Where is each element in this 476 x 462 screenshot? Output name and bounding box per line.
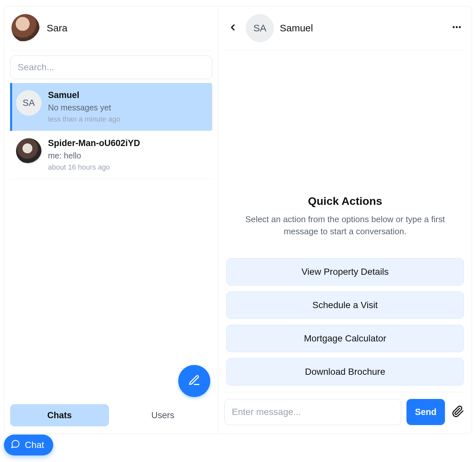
floating-chat-label: Chat <box>25 440 44 450</box>
tab-chats[interactable]: Chats <box>10 404 109 426</box>
pencil-icon <box>188 374 200 388</box>
quick-action-download-brochure[interactable]: Download Brochure <box>226 358 464 386</box>
chat-window: Sara SA Samuel No messages yet less than… <box>4 6 472 434</box>
quick-actions-list: View Property Details Schedule a Visit M… <box>224 258 466 386</box>
chat-meta: Samuel No messages yet less than a minut… <box>48 90 120 124</box>
chat-name: Spider-Man-oU602iYD <box>48 138 140 148</box>
quick-action-label: Download Brochure <box>305 367 385 377</box>
chat-time: less than a minute ago <box>48 115 120 124</box>
svg-point-1 <box>456 26 458 28</box>
svg-point-0 <box>453 26 455 28</box>
new-chat-button[interactable] <box>178 365 210 397</box>
composer: Send <box>224 392 466 434</box>
thread-contact-name: Samuel <box>280 23 313 34</box>
thread-body: Quick Actions Select an action from the … <box>224 50 466 392</box>
quick-action-mortgage-calculator[interactable]: Mortgage Calculator <box>226 325 464 352</box>
send-button[interactable]: Send <box>406 399 445 425</box>
avatar-initials: SA <box>16 90 41 116</box>
tab-users[interactable]: Users <box>114 404 213 426</box>
chat-meta: Spider-Man-oU602iYD me: hello about 16 h… <box>48 138 140 172</box>
quick-actions-title: Quick Actions <box>308 195 382 207</box>
chat-name: Samuel <box>48 90 120 100</box>
quick-action-view-property[interactable]: View Property Details <box>226 258 464 286</box>
svg-point-2 <box>459 26 461 28</box>
quick-action-label: Mortgage Calculator <box>304 333 386 344</box>
sidebar: Sara SA Samuel No messages yet less than… <box>4 6 218 434</box>
quick-actions-subtitle: Select an action from the options below … <box>228 213 463 238</box>
more-button[interactable] <box>449 20 465 36</box>
chat-bubble-icon <box>10 439 20 451</box>
me-name: Sara <box>47 23 67 34</box>
back-button[interactable] <box>226 21 240 35</box>
me-avatar[interactable] <box>11 14 40 42</box>
quick-action-schedule-visit[interactable]: Schedule a Visit <box>226 291 464 319</box>
thread-avatar: SA <box>246 14 274 42</box>
thread-panel: SA Samuel Quick Actions Select an action… <box>218 6 472 434</box>
search-input[interactable] <box>10 56 212 79</box>
sidebar-header: Sara <box>10 12 212 50</box>
thread-avatar-initials: SA <box>253 23 266 34</box>
chat-preview: me: hello <box>48 151 140 160</box>
chevron-left-icon <box>228 23 238 34</box>
paperclip-icon <box>452 405 464 419</box>
tab-users-label: Users <box>151 410 174 421</box>
quick-action-label: Schedule a Visit <box>312 300 378 310</box>
chat-time: about 16 hours ago <box>48 163 140 172</box>
attach-button[interactable] <box>450 404 466 420</box>
chat-item-spiderman[interactable]: Spider-Man-oU602iYD me: hello about 16 h… <box>10 131 212 179</box>
search-wrap <box>10 50 212 79</box>
more-horizontal-icon <box>452 22 462 35</box>
send-label: Send <box>415 407 436 417</box>
chat-list: SA Samuel No messages yet less than a mi… <box>10 83 212 400</box>
avatar-photo <box>16 138 41 164</box>
thread-header: SA Samuel <box>224 12 466 50</box>
sidebar-tabs: Chats Users <box>10 400 212 434</box>
chat-preview: No messages yet <box>48 103 120 112</box>
avatar-initials-text: SA <box>23 98 35 108</box>
quick-action-label: View Property Details <box>301 267 389 277</box>
floating-chat-button[interactable]: Chat <box>4 435 53 455</box>
tab-chats-label: Chats <box>47 410 72 421</box>
chat-item-samuel[interactable]: SA Samuel No messages yet less than a mi… <box>10 83 212 131</box>
message-input[interactable] <box>224 399 401 425</box>
